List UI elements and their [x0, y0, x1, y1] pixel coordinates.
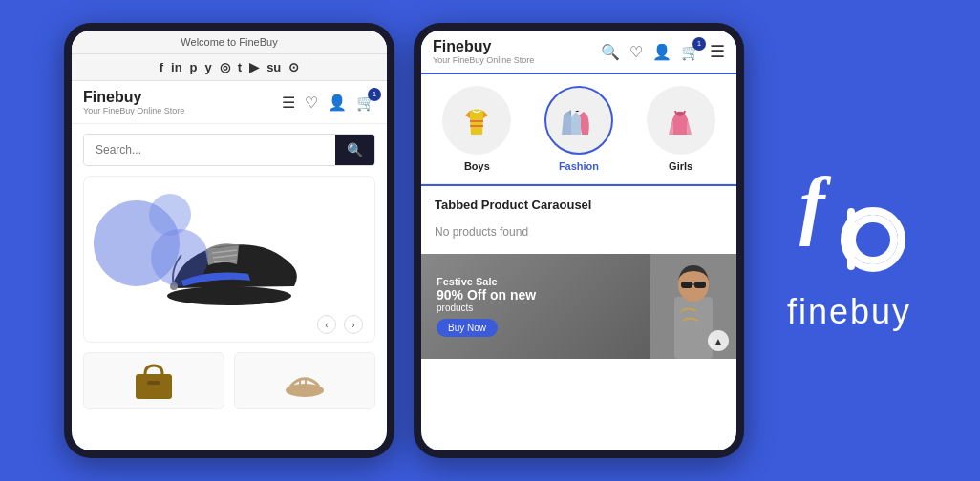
section-title: Tabbed Product Caraousel [421, 186, 736, 218]
svg-point-28 [852, 219, 894, 261]
banner-title: Festive Sale [437, 276, 536, 287]
fashion-category-circle [544, 86, 613, 155]
category-fashion[interactable]: Fashion [544, 86, 613, 172]
social-dribbble[interactable]: ⊙ [288, 60, 299, 74]
phone2-header-icons: 🔍 ♡ 👤 🛒 1 ☰ [601, 41, 725, 62]
svg-line-16 [675, 111, 676, 114]
phone2-categories: Boys [421, 74, 736, 184]
phone-2: Finebuy Your FineBuy Online Store 🔍 ♡ 👤 … [414, 23, 744, 458]
phone2-brand-name: Finebuy [433, 38, 534, 55]
tabbed-section: Tabbed Product Caraousel No products fou… [421, 184, 736, 254]
boys-shirt-img [451, 94, 503, 147]
sandal-thumbnail-img [279, 360, 331, 403]
no-products-text: No products found [421, 218, 736, 254]
fb-logo: f [782, 149, 916, 282]
p2-hamburger-icon[interactable]: ☰ [710, 41, 725, 62]
phone1-hero-banner: ‹ › [83, 176, 375, 343]
social-tumblr[interactable]: t [238, 60, 242, 74]
bag-thumbnail-img [128, 360, 181, 403]
phone2-header: Finebuy Your FineBuy Online Store 🔍 ♡ 👤 … [421, 31, 736, 74]
user-icon[interactable]: 👤 [328, 94, 347, 112]
p2-search-icon[interactable]: 🔍 [601, 43, 620, 61]
fashion-label: Fashion [559, 160, 599, 172]
svg-rect-9 [147, 381, 160, 385]
social-youtube[interactable]: y [205, 60, 212, 74]
social-linkedin[interactable]: in [171, 60, 182, 74]
hamburger-icon[interactable]: ☰ [282, 94, 295, 112]
category-girls[interactable]: Girls [647, 86, 715, 172]
phone2-brand: Finebuy Your FineBuy Online Store [433, 38, 534, 65]
svg-rect-20 [674, 297, 713, 359]
phone1-brand: Finebuy Your FineBuy Online Store [83, 89, 184, 115]
social-stumble[interactable]: su [266, 60, 281, 74]
hero-bg-circles [94, 186, 208, 291]
girls-category-circle [647, 86, 715, 155]
phone1-brand-tagline: Your FineBuy Online Store [83, 106, 184, 115]
svg-point-1 [151, 229, 208, 286]
promo-banner: Festive Sale 90% Off on new products Buy… [421, 254, 736, 359]
category-boys[interactable]: Boys [442, 86, 511, 172]
phone1-header: Finebuy Your FineBuy Online Store ☰ ♡ 👤 … [72, 81, 387, 124]
p2-user-icon[interactable]: 👤 [652, 43, 671, 61]
svg-text:f: f [799, 162, 832, 246]
svg-point-2 [149, 194, 191, 236]
heart-icon[interactable]: ♡ [305, 94, 318, 112]
social-bar: f in p y ◎ t ▶ su ⊙ [72, 54, 387, 81]
phone1-header-icons: ☰ ♡ 👤 🛒 1 [282, 94, 375, 112]
thumbnail-1[interactable] [83, 352, 224, 409]
thumbnail-2[interactable] [234, 352, 375, 409]
phone1-search-bar: 🔍 [83, 134, 375, 166]
social-pinterest[interactable]: p [190, 60, 198, 74]
social-instagram[interactable]: ◎ [220, 60, 230, 74]
phone-2-screen: Finebuy Your FineBuy Online Store 🔍 ♡ 👤 … [421, 31, 736, 450]
scroll-up-button[interactable]: ▲ [708, 330, 729, 351]
phone2-brand-tagline: Your FineBuy Online Store [433, 55, 534, 65]
hero-prev-btn[interactable]: ‹ [317, 315, 336, 334]
search-input[interactable] [84, 135, 335, 165]
svg-line-17 [684, 111, 685, 114]
fashion-img [552, 94, 605, 147]
svg-rect-23 [694, 282, 706, 288]
banner-subtext: products [437, 303, 536, 313]
boys-category-circle [442, 86, 511, 155]
search-button[interactable]: 🔍 [335, 135, 374, 165]
social-facebook[interactable]: f [160, 60, 163, 74]
cart-badge: 1 [368, 88, 381, 101]
cart-icon[interactable]: 🛒 1 [356, 94, 375, 112]
welcome-bar: Welcome to FineBuy [72, 31, 387, 54]
banner-percent: 90% Off on new [437, 287, 536, 303]
svg-rect-8 [136, 374, 172, 399]
phone1-brand-name: Finebuy [83, 89, 184, 106]
p2-cart-badge: 1 [692, 37, 706, 51]
page-scene: Welcome to FineBuy f in p y ◎ t ▶ su ⊙ F… [0, 0, 980, 481]
phone1-thumbnails [83, 352, 375, 409]
phone-1: Welcome to FineBuy f in p y ◎ t ▶ su ⊙ F… [64, 23, 394, 458]
p2-heart-icon[interactable]: ♡ [629, 43, 643, 61]
social-youtube2[interactable]: ▶ [249, 60, 259, 74]
welcome-text: Welcome to FineBuy [181, 36, 277, 48]
girls-dress-img [654, 94, 707, 147]
p2-cart-icon[interactable]: 🛒 1 [681, 43, 700, 61]
svg-rect-22 [681, 282, 692, 288]
brand-name-large: finebuy [787, 292, 911, 332]
girls-label: Girls [669, 160, 692, 172]
brand-area: f finebuy [782, 149, 916, 332]
hero-next-btn[interactable]: › [344, 315, 363, 334]
phone-1-screen: Welcome to FineBuy f in p y ◎ t ▶ su ⊙ F… [72, 31, 387, 450]
buy-now-button[interactable]: Buy Now [437, 319, 498, 337]
banner-text: Festive Sale 90% Off on new products Buy… [421, 264, 551, 349]
boys-label: Boys [464, 160, 490, 172]
hero-navigation: ‹ › [317, 315, 363, 334]
